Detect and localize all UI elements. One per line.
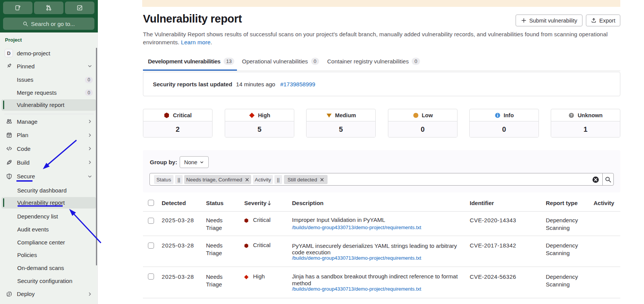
svg-text:?: ? <box>570 113 573 117</box>
